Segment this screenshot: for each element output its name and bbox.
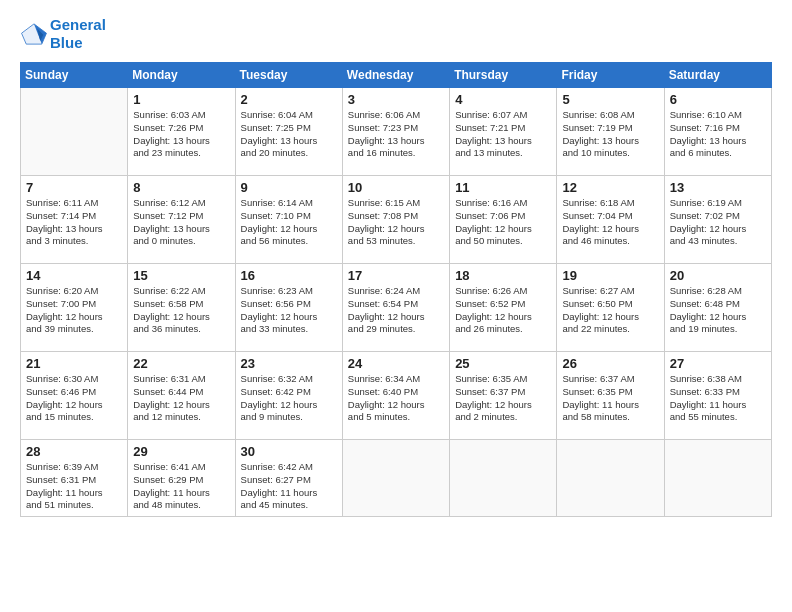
day-info: Sunrise: 6:06 AM Sunset: 7:23 PM Dayligh… [348,109,444,160]
weekday-header-sunday: Sunday [21,63,128,88]
calendar-cell: 18Sunrise: 6:26 AM Sunset: 6:52 PM Dayli… [450,264,557,352]
calendar-cell [664,440,771,517]
weekday-header-saturday: Saturday [664,63,771,88]
calendar-cell: 21Sunrise: 6:30 AM Sunset: 6:46 PM Dayli… [21,352,128,440]
weekday-header-friday: Friday [557,63,664,88]
day-info: Sunrise: 6:32 AM Sunset: 6:42 PM Dayligh… [241,373,337,424]
calendar-cell: 17Sunrise: 6:24 AM Sunset: 6:54 PM Dayli… [342,264,449,352]
day-info: Sunrise: 6:39 AM Sunset: 6:31 PM Dayligh… [26,461,122,512]
day-info: Sunrise: 6:11 AM Sunset: 7:14 PM Dayligh… [26,197,122,248]
day-info: Sunrise: 6:30 AM Sunset: 6:46 PM Dayligh… [26,373,122,424]
calendar-cell: 8Sunrise: 6:12 AM Sunset: 7:12 PM Daylig… [128,176,235,264]
day-number: 22 [133,356,229,371]
calendar-cell: 28Sunrise: 6:39 AM Sunset: 6:31 PM Dayli… [21,440,128,517]
day-number: 7 [26,180,122,195]
day-number: 25 [455,356,551,371]
day-info: Sunrise: 6:10 AM Sunset: 7:16 PM Dayligh… [670,109,766,160]
day-number: 8 [133,180,229,195]
calendar-cell: 19Sunrise: 6:27 AM Sunset: 6:50 PM Dayli… [557,264,664,352]
day-info: Sunrise: 6:23 AM Sunset: 6:56 PM Dayligh… [241,285,337,336]
day-info: Sunrise: 6:20 AM Sunset: 7:00 PM Dayligh… [26,285,122,336]
calendar-cell: 20Sunrise: 6:28 AM Sunset: 6:48 PM Dayli… [664,264,771,352]
day-info: Sunrise: 6:37 AM Sunset: 6:35 PM Dayligh… [562,373,658,424]
day-info: Sunrise: 6:03 AM Sunset: 7:26 PM Dayligh… [133,109,229,160]
day-info: Sunrise: 6:38 AM Sunset: 6:33 PM Dayligh… [670,373,766,424]
logo: General Blue [20,16,106,52]
calendar-cell: 13Sunrise: 6:19 AM Sunset: 7:02 PM Dayli… [664,176,771,264]
day-info: Sunrise: 6:08 AM Sunset: 7:19 PM Dayligh… [562,109,658,160]
calendar-table: SundayMondayTuesdayWednesdayThursdayFrid… [20,62,772,517]
logo-name: General Blue [50,16,106,52]
weekday-header-tuesday: Tuesday [235,63,342,88]
day-number: 13 [670,180,766,195]
calendar-cell: 7Sunrise: 6:11 AM Sunset: 7:14 PM Daylig… [21,176,128,264]
day-info: Sunrise: 6:14 AM Sunset: 7:10 PM Dayligh… [241,197,337,248]
calendar-cell: 1Sunrise: 6:03 AM Sunset: 7:26 PM Daylig… [128,88,235,176]
day-info: Sunrise: 6:22 AM Sunset: 6:58 PM Dayligh… [133,285,229,336]
calendar-cell [557,440,664,517]
day-number: 4 [455,92,551,107]
day-number: 12 [562,180,658,195]
calendar-cell: 29Sunrise: 6:41 AM Sunset: 6:29 PM Dayli… [128,440,235,517]
day-info: Sunrise: 6:04 AM Sunset: 7:25 PM Dayligh… [241,109,337,160]
calendar-cell: 27Sunrise: 6:38 AM Sunset: 6:33 PM Dayli… [664,352,771,440]
day-info: Sunrise: 6:27 AM Sunset: 6:50 PM Dayligh… [562,285,658,336]
weekday-header-thursday: Thursday [450,63,557,88]
day-info: Sunrise: 6:18 AM Sunset: 7:04 PM Dayligh… [562,197,658,248]
calendar-cell [21,88,128,176]
calendar-cell: 14Sunrise: 6:20 AM Sunset: 7:00 PM Dayli… [21,264,128,352]
day-info: Sunrise: 6:19 AM Sunset: 7:02 PM Dayligh… [670,197,766,248]
calendar-cell: 12Sunrise: 6:18 AM Sunset: 7:04 PM Dayli… [557,176,664,264]
calendar-cell: 16Sunrise: 6:23 AM Sunset: 6:56 PM Dayli… [235,264,342,352]
day-number: 14 [26,268,122,283]
day-number: 20 [670,268,766,283]
weekday-header-monday: Monday [128,63,235,88]
day-info: Sunrise: 6:28 AM Sunset: 6:48 PM Dayligh… [670,285,766,336]
calendar-cell [450,440,557,517]
day-number: 15 [133,268,229,283]
day-number: 29 [133,444,229,459]
calendar-cell: 23Sunrise: 6:32 AM Sunset: 6:42 PM Dayli… [235,352,342,440]
day-number: 28 [26,444,122,459]
day-number: 24 [348,356,444,371]
calendar-cell: 30Sunrise: 6:42 AM Sunset: 6:27 PM Dayli… [235,440,342,517]
calendar-cell: 22Sunrise: 6:31 AM Sunset: 6:44 PM Dayli… [128,352,235,440]
calendar-cell: 11Sunrise: 6:16 AM Sunset: 7:06 PM Dayli… [450,176,557,264]
calendar-cell: 25Sunrise: 6:35 AM Sunset: 6:37 PM Dayli… [450,352,557,440]
day-number: 11 [455,180,551,195]
day-number: 17 [348,268,444,283]
day-info: Sunrise: 6:41 AM Sunset: 6:29 PM Dayligh… [133,461,229,512]
day-info: Sunrise: 6:07 AM Sunset: 7:21 PM Dayligh… [455,109,551,160]
calendar-cell: 9Sunrise: 6:14 AM Sunset: 7:10 PM Daylig… [235,176,342,264]
day-number: 10 [348,180,444,195]
day-number: 2 [241,92,337,107]
calendar-cell: 6Sunrise: 6:10 AM Sunset: 7:16 PM Daylig… [664,88,771,176]
day-info: Sunrise: 6:12 AM Sunset: 7:12 PM Dayligh… [133,197,229,248]
day-info: Sunrise: 6:31 AM Sunset: 6:44 PM Dayligh… [133,373,229,424]
logo-icon [20,22,48,46]
calendar-cell: 26Sunrise: 6:37 AM Sunset: 6:35 PM Dayli… [557,352,664,440]
day-number: 9 [241,180,337,195]
calendar-cell: 3Sunrise: 6:06 AM Sunset: 7:23 PM Daylig… [342,88,449,176]
day-number: 6 [670,92,766,107]
day-number: 18 [455,268,551,283]
calendar-cell: 5Sunrise: 6:08 AM Sunset: 7:19 PM Daylig… [557,88,664,176]
calendar-cell [342,440,449,517]
weekday-header-wednesday: Wednesday [342,63,449,88]
day-number: 5 [562,92,658,107]
day-info: Sunrise: 6:15 AM Sunset: 7:08 PM Dayligh… [348,197,444,248]
calendar-cell: 24Sunrise: 6:34 AM Sunset: 6:40 PM Dayli… [342,352,449,440]
day-number: 19 [562,268,658,283]
day-info: Sunrise: 6:26 AM Sunset: 6:52 PM Dayligh… [455,285,551,336]
calendar-cell: 2Sunrise: 6:04 AM Sunset: 7:25 PM Daylig… [235,88,342,176]
day-info: Sunrise: 6:42 AM Sunset: 6:27 PM Dayligh… [241,461,337,512]
day-number: 21 [26,356,122,371]
day-info: Sunrise: 6:35 AM Sunset: 6:37 PM Dayligh… [455,373,551,424]
calendar-cell: 4Sunrise: 6:07 AM Sunset: 7:21 PM Daylig… [450,88,557,176]
day-number: 30 [241,444,337,459]
calendar-cell: 10Sunrise: 6:15 AM Sunset: 7:08 PM Dayli… [342,176,449,264]
day-info: Sunrise: 6:34 AM Sunset: 6:40 PM Dayligh… [348,373,444,424]
day-number: 16 [241,268,337,283]
day-info: Sunrise: 6:16 AM Sunset: 7:06 PM Dayligh… [455,197,551,248]
day-info: Sunrise: 6:24 AM Sunset: 6:54 PM Dayligh… [348,285,444,336]
